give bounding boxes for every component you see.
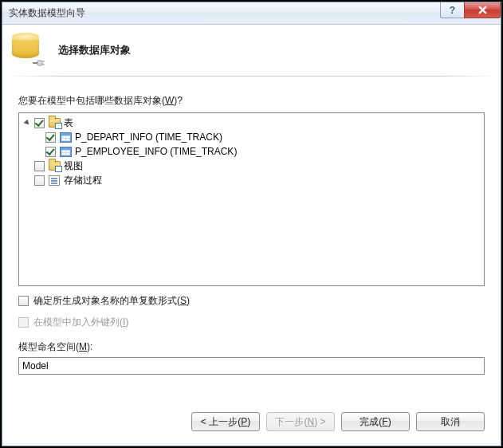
wizard-content: 您要在模型中包括哪些数据库对象(W)? 表 P_DEPART_INFO (TIM… [2,83,501,401]
pluralize-label: 确定所生成对象名称的单复数形式(S) [33,294,190,308]
checkbox-views[interactable] [34,161,45,171]
expander-placeholder [22,161,32,171]
close-button[interactable] [464,2,501,18]
finish-button[interactable]: 完成(F) [341,412,410,431]
checkbox-sprocs[interactable] [34,175,45,186]
wizard-header: 选择数据库对象 [2,25,501,76]
wizard-step-title: 选择数据库对象 [58,43,131,57]
table-icon [59,131,72,143]
header-divider [7,76,496,77]
prompt-label: 您要在模型中包括哪些数据库对象(W)? [18,94,485,108]
include-fk-label: 在模型中加入外键列(I) [33,316,128,329]
window-controls: ? [440,2,501,18]
database-objects-tree[interactable]: 表 P_DEPART_INFO (TIME_TRACK) P_EMPLOYEE_… [18,112,485,286]
previous-button[interactable]: < 上一步(P) [191,412,260,431]
tree-label: 表 [64,116,73,130]
checkbox-table-item[interactable] [45,132,56,143]
expander-icon[interactable] [22,118,32,128]
tree-node-table-item[interactable]: P_EMPLOYEE_INFO (TIME_TRACK) [22,144,481,159]
help-icon: ? [450,5,455,16]
background-window-hint [138,2,202,13]
window-title: 实体数据模型向导 [9,6,85,20]
checkbox-table-item[interactable] [45,147,56,157]
tree-label: P_EMPLOYEE_INFO (TIME_TRACK) [75,146,237,157]
folder-views-icon [48,159,61,172]
namespace-label: 模型命名空间(M): [18,340,485,354]
svg-rect-0 [37,61,42,65]
tree-label: 视图 [64,159,83,173]
tree-node-sprocs[interactable]: 存储过程 [22,173,481,187]
close-icon [478,6,487,14]
titlebar: 实体数据模型向导 ? [2,2,501,25]
cancel-button[interactable]: 取消 [416,412,485,431]
checkbox-pluralize[interactable] [18,296,29,306]
wizard-window: 实体数据模型向导 ? 选择数据库对象 您要在模型中包 [2,2,501,446]
expander-placeholder [22,175,32,185]
table-icon [59,145,72,158]
checkbox-include-fk [18,317,29,328]
tree-label: P_DEPART_INFO (TIME_TRACK) [75,132,222,143]
tree-node-table-item[interactable]: P_DEPART_INFO (TIME_TRACK) [22,130,481,144]
help-button[interactable]: ? [440,2,464,18]
pluralize-checkbox-row[interactable]: 确定所生成对象名称的单复数形式(S) [18,294,485,308]
wizard-buttons: < 上一步(P) 下一步(N) > 完成(F) 取消 [2,401,501,446]
tree-label: 存储过程 [64,174,102,187]
tree-node-tables[interactable]: 表 [22,116,481,130]
checkbox-tables[interactable] [34,118,45,128]
include-fk-checkbox-row: 在模型中加入外键列(I) [18,316,485,329]
sproc-icon [48,174,61,187]
next-button: 下一步(N) > [266,412,335,431]
tree-node-views[interactable]: 视图 [22,159,481,173]
database-icon [12,34,44,66]
folder-tables-icon [48,116,61,129]
namespace-input[interactable] [18,357,485,375]
